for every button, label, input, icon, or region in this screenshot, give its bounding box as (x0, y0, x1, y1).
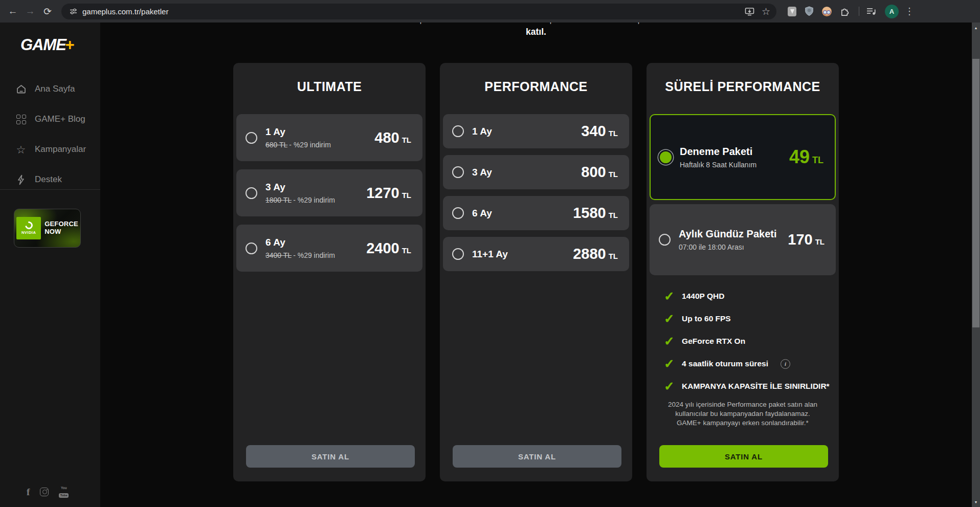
radio-button[interactable] (659, 234, 671, 246)
back-icon[interactable]: ← (4, 6, 21, 17)
sidebar-item-label: Ana Sayfa (35, 84, 75, 94)
radio-button[interactable] (246, 243, 257, 254)
radio-button[interactable] (246, 132, 257, 144)
plan-price: 1270TL (366, 185, 411, 202)
check-icon: ✓ (664, 358, 674, 370)
radio-button[interactable] (246, 187, 257, 199)
scrollbar-thumb[interactable] (972, 59, 979, 327)
plan-label: Aylık Gündüz Paketi (679, 228, 788, 240)
price-value: 49 (789, 146, 810, 168)
price-currency: TL (609, 170, 618, 179)
pricing-cards: ULTIMATE 1 Ay 680 TL- %29 indirim 480TL … (233, 63, 839, 481)
radio-button[interactable] (452, 248, 464, 260)
card-sureli-performance: SÜRELİ PERFORMANCE Deneme Paketi Haftalı… (647, 63, 839, 481)
old-price: 680 TL (265, 141, 287, 149)
old-price: 3400 TL (265, 251, 292, 259)
sidebar-item-ana-sayfa[interactable]: Ana Sayfa (0, 83, 100, 95)
sidebar-item-gameplus-blog[interactable]: GAME+ Blog (0, 113, 100, 125)
campaign-footnote: 2024 yılı içerisinde Performance paket s… (647, 400, 839, 428)
sidebar-divider (0, 189, 100, 190)
feature-text: KAMPANYA KAPASİTE İLE SINIRLIDIR* (682, 382, 830, 391)
card-header: PERFORMANCE (440, 63, 632, 110)
home-icon (15, 84, 27, 94)
old-price: 1800 TL (265, 196, 292, 204)
logo-text: GAME (20, 36, 66, 54)
sidebar-nav: Ana Sayfa GAME+ Blog ☆ Kampanyalar Deste… (0, 83, 100, 186)
youtube-icon[interactable]: You Tube (59, 487, 69, 498)
browser-menu-icon[interactable]: ⋮ (905, 6, 913, 17)
plan-label: 11+1 Ay (472, 249, 573, 260)
plan-option-aylik-gunduz-paketi[interactable]: Aylık Gündüz Paketi 07:00 ile 18:00 Aras… (650, 204, 836, 275)
radio-button[interactable] (452, 166, 464, 178)
price-value: 1270 (366, 185, 399, 202)
plan-sub: 07:00 ile 18:00 Arası (679, 243, 788, 251)
plan-price: 800TL (581, 164, 618, 181)
price-value: 170 (788, 231, 812, 248)
url-text[interactable]: gameplus.com.tr/paketler (82, 7, 738, 16)
radio-button[interactable] (452, 207, 464, 219)
price-currency: TL (609, 211, 618, 219)
reload-icon[interactable]: ⟳ (39, 6, 56, 17)
radio-button-selected[interactable] (660, 151, 672, 163)
toolbar-divider (859, 7, 859, 16)
radio-button[interactable] (452, 125, 464, 137)
plan-option-1ay[interactable]: 1 Ay 680 TL- %29 indirim 480TL (236, 114, 422, 161)
instagram-icon[interactable] (40, 488, 49, 496)
plan-price: 1580TL (573, 205, 618, 222)
plan-option-deneme-paketi[interactable]: Deneme Paketi Haftalık 8 Saat Kullanım 4… (650, 114, 836, 200)
forward-icon[interactable]: → (21, 6, 39, 17)
nvidia-logo: NVIDIA (16, 217, 41, 239)
extensions-puzzle-icon[interactable] (840, 7, 850, 16)
scroll-down-icon[interactable]: ▼ (972, 498, 980, 506)
gameplus-logo[interactable]: GAME+ (20, 36, 100, 54)
scroll-up-icon[interactable]: ▲ (972, 24, 980, 32)
buy-button[interactable]: SATIN AL (453, 445, 621, 468)
star-icon: ☆ (15, 144, 27, 155)
discount-text: - %29 indirim (293, 196, 335, 204)
shield-extension-icon[interactable] (805, 6, 814, 16)
profile-avatar[interactable]: A (885, 5, 899, 18)
grid-icon (15, 115, 27, 124)
buy-button[interactable]: SATIN AL (246, 445, 415, 468)
face-extension-icon[interactable] (822, 7, 832, 16)
plan-price: 2400TL (366, 240, 411, 257)
plan-label: 6 Ay (265, 237, 366, 248)
page-scrollbar[interactable]: ▲ ▼ (972, 23, 980, 507)
plan-price: 2880TL (573, 246, 618, 262)
plan-option-3ay[interactable]: 3 Ay 800TL (443, 155, 629, 189)
price-currency: TL (402, 191, 411, 200)
install-app-icon[interactable] (745, 7, 754, 16)
url-bar[interactable]: gameplus.com.tr/paketler ☆ (61, 4, 776, 19)
card-ultimate: ULTIMATE 1 Ay 680 TL- %29 indirim 480TL … (233, 63, 426, 481)
plan-option-1ay[interactable]: 1 Ay 340TL (443, 114, 629, 148)
pointer-extension-icon[interactable] (788, 7, 796, 16)
plan-price: 170TL (788, 231, 825, 248)
sidebar-item-kampanyalar[interactable]: ☆ Kampanyalar (0, 143, 100, 156)
price-value: 2400 (366, 240, 399, 257)
bookmark-star-icon[interactable]: ☆ (762, 7, 770, 16)
site-info-icon[interactable] (70, 8, 77, 15)
plan-option-11plus1ay[interactable]: 11+1 Ay 2880TL (443, 237, 629, 271)
plan-sub: Haftalık 8 Saat Kullanım (680, 161, 789, 169)
price-currency: TL (402, 136, 411, 144)
plan-options: Deneme Paketi Haftalık 8 Saat Kullanım 4… (647, 110, 839, 275)
price-currency: TL (815, 237, 825, 246)
facebook-icon[interactable]: f (27, 487, 30, 498)
sidebar-item-label: Destek (35, 174, 62, 185)
card-header: ULTIMATE (233, 63, 426, 110)
feature-item: ✓ Up to 60 FPS (647, 307, 839, 330)
media-playlist-icon[interactable] (866, 7, 877, 15)
geforce-now-badge[interactable]: NVIDIA GEFORCE NOW (14, 209, 81, 248)
lightning-icon (15, 174, 27, 185)
plan-option-3ay[interactable]: 3 Ay 1800 TL- %29 indirim 1270TL (236, 169, 422, 216)
plan-option-6ay[interactable]: 6 Ay 3400 TL- %29 indirim 2400TL (236, 225, 422, 272)
sidebar: GAME+ Ana Sayfa GAME+ Blog ☆ Kampanyalar (0, 23, 100, 507)
plan-option-6ay[interactable]: 6 Ay 1580TL (443, 196, 629, 230)
buy-button[interactable]: SATIN AL (659, 445, 828, 468)
feature-item: ✓ GeForce RTX On (647, 330, 839, 352)
info-icon[interactable]: i (781, 359, 790, 369)
sidebar-item-destek[interactable]: Destek (0, 173, 100, 186)
feature-list: ✓ 1440P QHD ✓ Up to 60 FPS ✓ GeForce RTX… (647, 285, 839, 398)
plan-discount: 3400 TL- %29 indirim (265, 251, 366, 259)
price-value: 340 (581, 123, 606, 140)
